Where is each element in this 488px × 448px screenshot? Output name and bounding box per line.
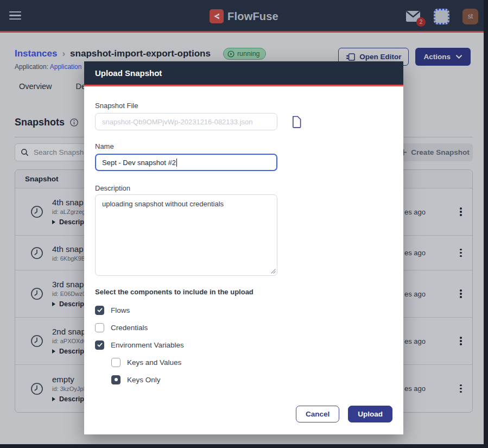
upload-button[interactable]: Upload [348, 406, 392, 422]
component-option[interactable]: Flows [95, 301, 392, 319]
text-caret [176, 159, 177, 167]
modal-header: Upload Snapshot [84, 61, 403, 86]
radio[interactable] [111, 358, 121, 367]
snapshot-file-input[interactable] [95, 113, 277, 130]
name-input-value: Sept - Dev snapshot #2 [102, 159, 176, 167]
component-option[interactable]: Environment Variables [95, 336, 392, 354]
modal-title: Upload Snapshot [95, 68, 162, 78]
checkbox[interactable] [95, 340, 104, 350]
description-label: Description [95, 184, 392, 192]
document-icon [291, 115, 302, 128]
component-option[interactable]: Keys and Values [111, 354, 392, 371]
snapshot-file-label: Snapshot File [95, 102, 392, 110]
components-label: Select the components to include in the … [95, 288, 392, 296]
choose-file-button[interactable] [291, 115, 302, 128]
component-option-label: Credentials [111, 324, 148, 332]
name-label: Name [95, 142, 392, 150]
component-option-label: Keys and Values [127, 358, 181, 367]
description-textarea[interactable]: uploading snapshot without credentials [95, 194, 277, 276]
cancel-button[interactable]: Cancel [296, 406, 339, 422]
component-option-label: Flows [111, 306, 130, 314]
resize-handle[interactable] [271, 269, 276, 274]
name-input[interactable]: Sept - Dev snapshot #2 [95, 154, 277, 171]
radio[interactable] [111, 375, 121, 384]
component-option-label: Environment Variables [111, 341, 184, 349]
component-option[interactable]: Credentials [95, 319, 392, 336]
checkbox[interactable] [95, 323, 104, 332]
window-edge-bottom [0, 444, 488, 448]
upload-snapshot-modal: Upload Snapshot Snapshot File Name Sept … [84, 61, 403, 434]
component-option[interactable]: Keys Only [111, 371, 392, 388]
component-option-label: Keys Only [127, 376, 161, 384]
checkbox[interactable] [95, 306, 104, 315]
window-edge-right [484, 0, 488, 448]
